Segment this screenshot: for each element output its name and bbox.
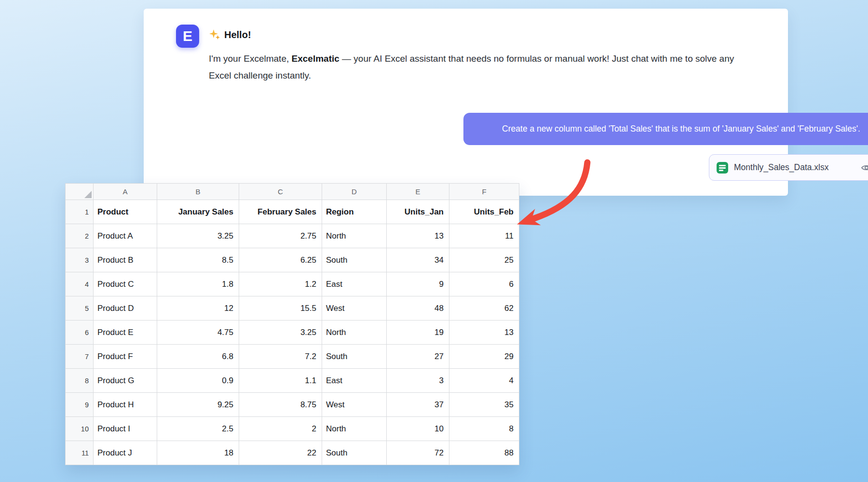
column-letter[interactable]: A [94, 184, 157, 200]
data-cell[interactable]: 8 [449, 417, 519, 441]
data-cell[interactable]: 8.75 [239, 393, 322, 417]
row-number[interactable]: 9 [66, 393, 94, 417]
column-letters-row: ABCDEF [66, 184, 519, 200]
header-cell[interactable]: Region [322, 200, 387, 224]
data-cell[interactable]: West [322, 296, 387, 321]
data-cell[interactable]: 12 [157, 296, 239, 321]
row-number[interactable]: 5 [66, 296, 94, 321]
data-cell[interactable]: Product D [94, 296, 157, 321]
spreadsheet-file-icon [716, 161, 729, 174]
greeting-text: Hello! [224, 29, 251, 40]
user-message-bubble: Create a new column called 'Total Sales'… [463, 113, 868, 145]
data-cell[interactable]: 48 [387, 296, 449, 321]
header-cell[interactable]: January Sales [157, 200, 239, 224]
data-cell[interactable]: 88 [449, 441, 519, 465]
data-cell[interactable]: 3.25 [157, 224, 239, 248]
spreadsheet-panel: ABCDEF 1ProductJanuary SalesFebruary Sal… [65, 183, 519, 465]
table-row: 4Product C1.81.2East96 [66, 272, 519, 296]
data-cell[interactable]: 7.2 [239, 345, 322, 369]
data-cell[interactable]: 2.5 [157, 417, 239, 441]
select-all-corner[interactable] [66, 184, 94, 200]
data-cell[interactable]: 6.8 [157, 345, 239, 369]
data-cell[interactable]: 2 [239, 417, 322, 441]
data-cell[interactable]: North [322, 417, 387, 441]
table-row: 11Product J1822South7288 [66, 441, 519, 465]
column-letter[interactable]: C [239, 184, 322, 200]
data-cell[interactable]: Product B [94, 248, 157, 272]
row-number[interactable]: 10 [66, 417, 94, 441]
column-letter[interactable]: B [157, 184, 239, 200]
sparkles-icon [209, 29, 220, 40]
data-cell[interactable]: South [322, 441, 387, 465]
preview-eye-button[interactable] [860, 161, 868, 174]
row-number[interactable]: 2 [66, 224, 94, 248]
attachment-chip[interactable]: Monthly_Sales_Data.xlsx [709, 154, 868, 181]
column-letter[interactable]: E [387, 184, 449, 200]
data-cell[interactable]: Product A [94, 224, 157, 248]
data-cell[interactable]: East [322, 369, 387, 393]
data-cell[interactable]: 1.1 [239, 369, 322, 393]
header-cell[interactable]: Units_Jan [387, 200, 449, 224]
data-cell[interactable]: 13 [449, 321, 519, 345]
data-cell[interactable]: Product G [94, 369, 157, 393]
data-cell[interactable]: North [322, 224, 387, 248]
data-cell[interactable]: South [322, 345, 387, 369]
row-number[interactable]: 6 [66, 321, 94, 345]
brand-name: Excelmatic [292, 54, 339, 64]
data-cell[interactable]: 11 [449, 224, 519, 248]
data-cell[interactable]: 19 [387, 321, 449, 345]
header-cell[interactable]: February Sales [239, 200, 322, 224]
data-cell[interactable]: 10 [387, 417, 449, 441]
data-cell[interactable]: 29 [449, 345, 519, 369]
data-cell[interactable]: 62 [449, 296, 519, 321]
data-cell[interactable]: East [322, 272, 387, 296]
row-number[interactable]: 3 [66, 248, 94, 272]
data-cell[interactable]: 4 [449, 369, 519, 393]
data-cell[interactable]: 4.75 [157, 321, 239, 345]
data-cell[interactable]: 3 [387, 369, 449, 393]
data-cell[interactable]: 3.25 [239, 321, 322, 345]
data-cell[interactable]: 15.5 [239, 296, 322, 321]
intro-prefix: I'm your Excelmate, [209, 54, 292, 64]
data-cell[interactable]: Product F [94, 345, 157, 369]
data-cell[interactable]: 18 [157, 441, 239, 465]
data-cell[interactable]: 6.25 [239, 248, 322, 272]
data-cell[interactable]: Product H [94, 393, 157, 417]
data-cell[interactable]: 72 [387, 441, 449, 465]
data-cell[interactable]: South [322, 248, 387, 272]
data-cell[interactable]: 9 [387, 272, 449, 296]
data-cell[interactable]: North [322, 321, 387, 345]
row-number[interactable]: 7 [66, 345, 94, 369]
data-cell[interactable]: 1.8 [157, 272, 239, 296]
data-cell[interactable]: 27 [387, 345, 449, 369]
column-letter[interactable]: D [322, 184, 387, 200]
data-cell[interactable]: Product J [94, 441, 157, 465]
data-cell[interactable]: Product I [94, 417, 157, 441]
data-cell[interactable]: 13 [387, 224, 449, 248]
data-cell[interactable]: 2.75 [239, 224, 322, 248]
attachment-filename: Monthly_Sales_Data.xlsx [734, 162, 854, 173]
row-number[interactable]: 11 [66, 441, 94, 465]
data-cell[interactable]: Product C [94, 272, 157, 296]
data-cell[interactable]: 22 [239, 441, 322, 465]
row-number[interactable]: 8 [66, 369, 94, 393]
row-number[interactable]: 4 [66, 272, 94, 296]
data-cell[interactable]: West [322, 393, 387, 417]
data-cell[interactable]: 6 [449, 272, 519, 296]
greeting-row: Hello! [209, 29, 251, 40]
data-cell[interactable]: 37 [387, 393, 449, 417]
header-cell[interactable]: Product [94, 200, 157, 224]
header-cell[interactable]: Units_Feb [449, 200, 519, 224]
data-cell[interactable]: 34 [387, 248, 449, 272]
table-row: 9Product H9.258.75West3735 [66, 393, 519, 417]
data-cell[interactable]: 0.9 [157, 369, 239, 393]
data-cell[interactable]: Product E [94, 321, 157, 345]
data-cell[interactable]: 1.2 [239, 272, 322, 296]
data-cell[interactable]: 25 [449, 248, 519, 272]
data-cell[interactable]: 9.25 [157, 393, 239, 417]
data-cell[interactable]: 35 [449, 393, 519, 417]
table-row: 7Product F6.87.2South2729 [66, 345, 519, 369]
data-cell[interactable]: 8.5 [157, 248, 239, 272]
row-number[interactable]: 1 [66, 200, 94, 224]
column-letter[interactable]: F [449, 184, 519, 200]
